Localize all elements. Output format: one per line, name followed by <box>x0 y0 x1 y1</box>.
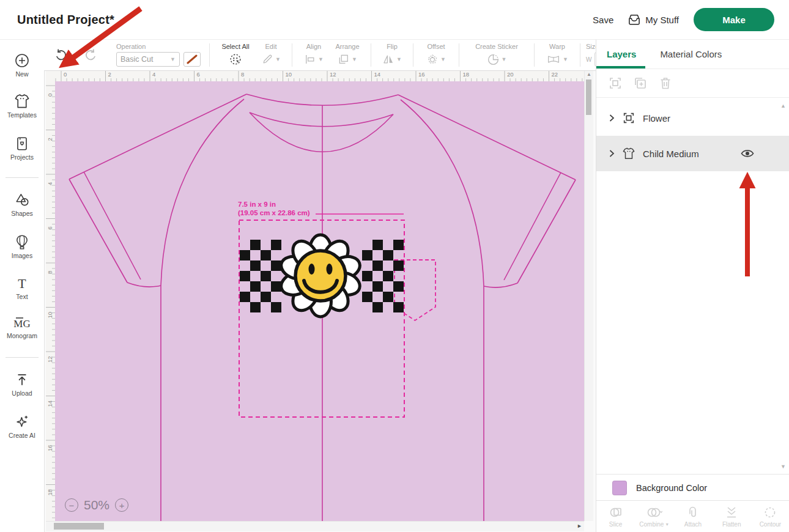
pen-color-swatch[interactable] <box>183 52 201 67</box>
upload-icon <box>14 372 30 388</box>
canvas-toolbar: Operation Basic Cut ▼ Select All Edit <box>44 39 596 71</box>
zoom-out-button[interactable]: − <box>65 498 78 512</box>
toolbar-separator <box>413 43 413 67</box>
canvas-area: 0246810121416182022 024681012141618 <box>44 70 596 532</box>
scroll-up-icon[interactable]: ▲ <box>585 72 593 77</box>
redo-button[interactable] <box>84 48 98 62</box>
offset-icon: ▼ <box>426 52 446 67</box>
sidebar-item-templates[interactable]: Templates <box>0 93 44 119</box>
tshirt-layer-icon <box>622 147 635 160</box>
chevron-right-icon[interactable] <box>609 114 615 122</box>
list-scroll-down-icon[interactable]: ▼ <box>780 464 786 470</box>
vertical-scroll-thumb[interactable] <box>586 79 591 115</box>
align-button[interactable]: Align ▼ <box>298 43 330 67</box>
svg-text:10: 10 <box>46 312 53 319</box>
sidebar-item-monogram[interactable]: MG Monogram <box>0 316 44 339</box>
edit-pencil-icon: ▼ <box>261 52 281 67</box>
operation-select[interactable]: Basic Cut ▼ <box>116 52 180 67</box>
combine-button[interactable]: Combine ▼ <box>635 501 673 532</box>
layer-visibility-eye-icon[interactable] <box>739 147 755 160</box>
flatten-button[interactable]: Flatten <box>713 501 751 532</box>
ruler-corner <box>46 70 56 82</box>
svg-text:6: 6 <box>197 71 200 78</box>
chevron-right-icon[interactable] <box>609 149 615 158</box>
group-button[interactable] <box>608 76 623 91</box>
toolbar-separator <box>534 43 535 67</box>
chevron-down-icon: ▼ <box>170 56 176 62</box>
edit-button[interactable]: Edit ▼ <box>256 43 286 67</box>
save-button[interactable]: Save <box>593 15 613 25</box>
toolbar-separator <box>580 43 580 67</box>
sidebar-item-create-ai[interactable]: Create AI <box>0 413 44 439</box>
flower-face[interactable] <box>295 251 346 301</box>
svg-text:2: 2 <box>108 71 111 78</box>
layer-row-child-medium[interactable]: Child Medium <box>596 136 789 171</box>
horizontal-scrollbar[interactable]: ► <box>46 521 584 531</box>
new-icon <box>14 53 30 68</box>
text-icon: T <box>15 276 29 291</box>
warp-button[interactable]: Warp ▼ <box>540 43 574 67</box>
svg-text:8: 8 <box>46 271 53 274</box>
design-canvas[interactable]: 7.5 in x 9 in (19.05 cm x 22.86 cm) − 50… <box>55 81 584 521</box>
my-stuff-button[interactable]: My Stuff <box>628 14 679 25</box>
delete-button[interactable] <box>658 76 673 91</box>
scroll-right-icon[interactable]: ► <box>577 523 582 529</box>
flip-button[interactable]: Flip ▼ <box>377 43 407 67</box>
horizontal-ruler: 0246810121416182022 <box>55 70 584 82</box>
offset-button[interactable]: Offset ▼ <box>419 43 453 67</box>
layer-actions-toolbar <box>596 68 789 98</box>
undo-button[interactable] <box>54 48 68 62</box>
svg-text:16: 16 <box>46 445 53 451</box>
tab-material-colors[interactable]: Material Colors <box>660 49 722 59</box>
vertical-ruler: 024681012141618 <box>46 81 56 521</box>
zoom-level: 50% <box>84 498 109 512</box>
sidebar-item-projects[interactable]: Projects <box>0 136 44 161</box>
svg-text:2: 2 <box>46 138 53 141</box>
select-all-icon <box>229 52 242 67</box>
sidebar-item-images[interactable]: Images <box>0 234 44 259</box>
align-icon: ▼ <box>304 52 324 67</box>
svg-text:14: 14 <box>46 401 53 407</box>
arrange-button[interactable]: Arrange ▼ <box>330 43 365 67</box>
horizontal-scroll-thumb[interactable] <box>54 523 104 530</box>
zoom-in-button[interactable]: + <box>115 498 128 512</box>
dimension-label-cm: (19.05 cm x 22.86 cm) <box>238 209 310 216</box>
slice-button[interactable]: Slice <box>596 501 635 532</box>
operation-label: Operation <box>116 43 146 50</box>
svg-text:4: 4 <box>152 71 155 78</box>
svg-text:0: 0 <box>64 71 67 78</box>
create-sticker-button[interactable]: Create Sticker ▼ <box>465 43 528 67</box>
make-button[interactable]: Make <box>694 8 774 31</box>
layer-row-flower[interactable]: Flower <box>596 101 789 135</box>
sidebar-divider <box>6 177 39 178</box>
svg-text:18: 18 <box>46 489 53 496</box>
vertical-scrollbar[interactable]: ▲ <box>584 70 593 521</box>
contour-button[interactable]: Contour <box>751 501 789 532</box>
toolbar-separator <box>292 43 292 67</box>
layer-operations-bar: Slice Combine ▼ Attach Flatten Contour <box>596 500 789 532</box>
toolbar-separator <box>459 43 459 67</box>
chevron-down-icon: ▼ <box>665 522 669 526</box>
sidebar-item-new[interactable]: New <box>0 53 44 78</box>
warp-icon: ▼ <box>546 52 568 67</box>
background-color-swatch[interactable] <box>612 481 627 495</box>
tab-layers[interactable]: Layers <box>607 49 636 59</box>
project-card-icon <box>14 136 30 152</box>
background-color-row: Background Color <box>596 474 789 501</box>
attach-button[interactable]: Attach <box>673 501 712 532</box>
flip-icon: ▼ <box>382 52 402 67</box>
sidebar-item-upload[interactable]: Upload <box>0 372 44 397</box>
width-label: W <box>586 56 591 63</box>
svg-text:T: T <box>18 276 26 291</box>
select-all-button[interactable]: Select All <box>215 43 256 67</box>
cricut-design-space-app: Untitled Project* Save My Stuff Make New… <box>0 0 789 532</box>
my-stuff-icon <box>628 14 640 25</box>
layers-panel: Layers Material Colors ▲ Flower <box>596 39 789 532</box>
svg-text:18: 18 <box>463 71 470 78</box>
sidebar-item-shapes[interactable]: Shapes <box>0 192 44 217</box>
sidebar-item-text[interactable]: T Text <box>0 276 44 300</box>
monogram-icon: MG <box>12 316 32 330</box>
balloon-icon <box>14 234 30 250</box>
dimension-label-in: 7.5 in x 9 in <box>238 201 276 208</box>
duplicate-button[interactable] <box>633 76 648 91</box>
